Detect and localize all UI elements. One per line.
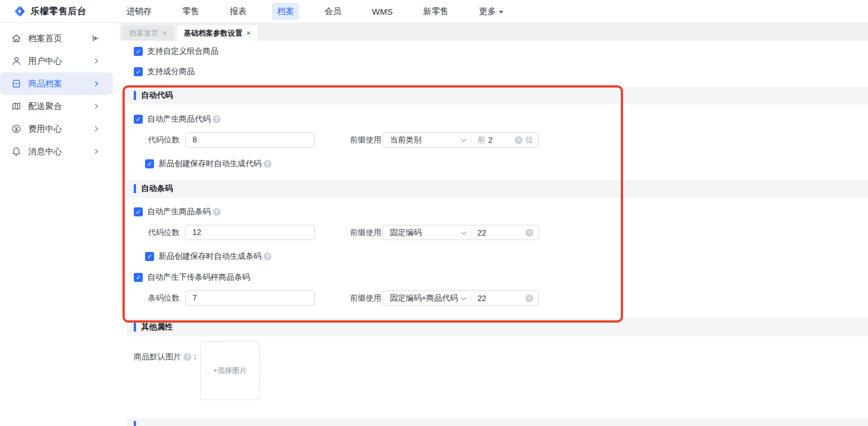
home-icon [11,33,21,44]
prefix-use-label: 前缀使用 [350,225,382,240]
nav-item-new-retail[interactable]: 新零售 [418,3,454,20]
chevron-down-icon [461,294,467,300]
sidebar-item-archive-home[interactable]: 档案首页 [0,27,113,50]
form-row-code-digits: 代码位数 8 前缀使用 当前类别 前 2 × 位 [120,132,868,147]
checkbox-checked-icon[interactable]: ✓ [134,207,143,216]
section-accent-bar [134,421,136,426]
sidebar-item-message-center[interactable]: 消息中心 [0,140,113,163]
checkbox-support-custom-combo[interactable]: ✓ 支持自定义组合商品 [134,46,218,57]
close-icon[interactable]: × [163,29,167,37]
checkbox-auto-generate-product-code[interactable]: ✓ 自动产生商品代码 ? [134,114,221,125]
app-window: 乐檬零售后台 进销存 零售 报表 档案 会员 WMS 新零售 更多 档案首页 [0,0,868,426]
chevron-down-icon [461,136,467,142]
checkbox-checked-icon[interactable]: ✓ [134,47,143,56]
sidebar-item-label: 消息中心 [28,146,62,157]
nav-item-wms[interactable]: WMS [367,3,398,20]
checkbox-checked-icon[interactable]: ✓ [145,252,154,261]
checkbox-checked-icon[interactable]: ✓ [145,159,154,168]
form-row-scale-barcode-digits: 条码位数 7 前缀使用 固定编码+商品代码 22 × [120,290,868,306]
checkbox-checked-icon[interactable]: ✓ [134,273,143,282]
barcode-prefix-group: 固定编码 22 × [383,225,539,240]
checkbox-auto-generate-product-barcode[interactable]: ✓ 自动产生商品条码 ? [134,206,221,218]
scale-prefix-group: 固定编码+商品代码 22 × [383,290,539,306]
top-navbar: 乐檬零售后台 进销存 零售 报表 档案 会员 WMS 新零售 更多 [0,0,868,23]
sidebar-item-delivery-aggregation[interactable]: 配送聚合 [0,95,113,118]
chevron-down-icon [461,229,467,234]
section-title: 自动代码 [141,90,173,101]
checkbox-autogen-barcode-on-save[interactable]: ✓ 新品创建保存时自动生成条码 ? [145,251,271,262]
product-icon [11,79,21,89]
scale-prefix-value-input[interactable]: 22 × [472,291,538,305]
section-accent-bar [134,323,136,332]
collapse-sidebar-icon[interactable] [90,34,99,43]
barcode-prefix-value-input[interactable]: 22 × [472,225,538,240]
tab-archive-home[interactable]: 档案首页 × [122,25,174,41]
nav-item-member[interactable]: 会员 [319,3,347,20]
code-prefix-group: 当前类别 前 2 × 位 [383,132,539,147]
clear-icon[interactable]: × [525,294,533,302]
help-icon[interactable]: ? [213,115,221,123]
section-accent-bar [134,184,136,193]
barcode-digits-input[interactable]: 12 [185,225,315,240]
section-header-auto-code: 自动代码 [126,86,868,105]
main-nav: 进销存 零售 报表 档案 会员 WMS 新零售 更多 [121,0,508,23]
clear-icon[interactable]: × [515,136,523,144]
section-title: 其他属性 [141,322,173,332]
chevron-right-icon [94,80,99,87]
code-digits-input[interactable]: 8 [185,132,315,147]
scale-prefix-type-select[interactable]: 固定编码+商品代码 [383,291,471,305]
fee-icon [11,124,21,134]
code-prefix-type-select[interactable]: 当前类别 [383,133,471,147]
sidebar-item-user-center[interactable]: 用户中心 [0,50,113,72]
app-title: 乐檬零售后台 [30,6,86,18]
prefix-use-label: 前缀使用 [350,290,382,306]
select-image-upload-box[interactable]: +选择图片 [200,341,260,400]
close-icon[interactable]: × [247,29,251,37]
app-logo[interactable]: 乐檬零售后台 [14,0,86,23]
nav-item-archive[interactable]: 档案 [272,3,299,20]
help-icon[interactable]: ? [213,208,221,216]
chevron-right-icon [94,58,99,64]
tab-basic-archive-params[interactable]: 基础档案参数设置 × [177,25,258,41]
sidebar-item-label: 档案首页 [28,33,62,44]
barcode-digits-label: 代码位数 [120,225,179,240]
delivery-icon [11,101,21,111]
nav-item-more[interactable]: 更多 [474,3,508,20]
section-header-partial [126,418,868,426]
checkbox-checked-icon[interactable]: ✓ [134,67,143,76]
nav-item-inventory[interactable]: 进销存 [121,3,157,20]
code-prefix-count-input[interactable]: 前 2 × 位 [472,133,538,147]
help-icon[interactable]: ? [264,160,271,168]
sidebar-item-label: 用户中心 [28,56,62,67]
default-image-label-row: 商品默认图片 ? ： [134,351,199,363]
chevron-right-icon [94,125,99,132]
caret-down-icon [499,11,503,14]
help-icon[interactable]: ? [264,253,271,260]
clear-icon[interactable]: × [525,229,533,237]
chevron-right-icon [94,148,99,155]
scale-digits-input[interactable]: 7 [185,290,315,306]
bell-icon [11,146,21,157]
help-icon[interactable]: ? [183,353,191,361]
sidebar-item-expense-center[interactable]: 费用中心 [0,118,113,140]
tab-bar: 档案首页 × 基础档案参数设置 × [120,23,868,41]
section-header-other-attributes: 其他属性 [126,318,868,336]
nav-item-report[interactable]: 报表 [225,3,252,20]
checkbox-auto-generate-scale-barcode[interactable]: ✓ 自动产生下传条码秤商品条码 [134,272,250,283]
sidebar-item-product-archive[interactable]: 商品档案 [0,72,113,95]
barcode-prefix-type-select[interactable]: 固定编码 [383,225,471,240]
nav-item-retail[interactable]: 零售 [177,3,204,20]
sidebar-item-label: 费用中心 [28,124,62,134]
logo-icon [14,5,26,18]
section-header-auto-barcode: 自动条码 [126,180,868,198]
sidebar-item-label: 商品档案 [28,79,62,89]
checkbox-checked-icon[interactable]: ✓ [134,115,143,124]
upload-label: +选择图片 [213,366,247,376]
scale-digits-label: 条码位数 [120,290,179,306]
section-accent-bar [134,91,136,100]
chevron-right-icon [94,103,99,110]
checkbox-support-component-product[interactable]: ✓ 支持成分商品 [134,66,195,77]
checkbox-autogen-code-on-save[interactable]: ✓ 新品创建保存时自动生成代码 ? [145,158,271,169]
form-row-barcode-digits: 代码位数 12 前缀使用 固定编码 22 × [120,225,868,240]
section-title: 自动条码 [141,184,173,194]
